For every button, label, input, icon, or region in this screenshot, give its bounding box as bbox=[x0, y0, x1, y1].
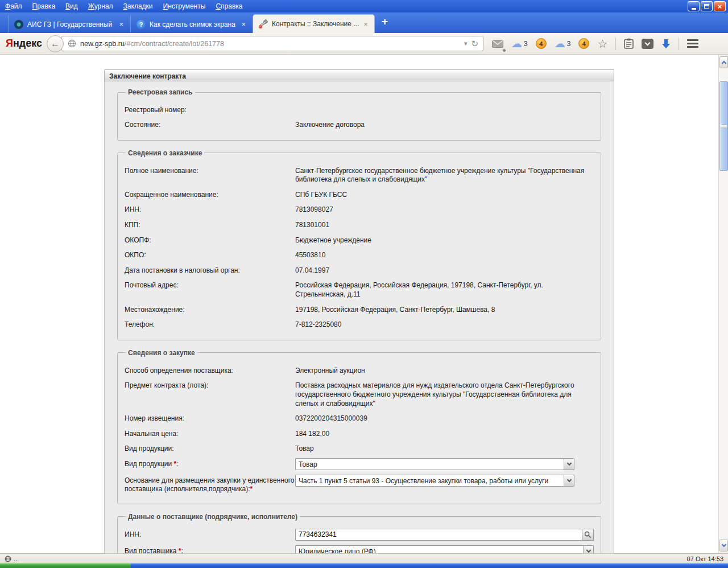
product-type-label: Вид продукции: bbox=[125, 443, 295, 454]
start-button-area[interactable] bbox=[0, 563, 131, 568]
product-type-select-select[interactable]: Товар bbox=[295, 458, 574, 470]
orange-badge-icon: 4 bbox=[536, 38, 547, 49]
section-3: Данные о поставщике (подрядчике, исполни… bbox=[117, 513, 601, 553]
tab-2[interactable]: Контракты :: Заключение ...× bbox=[253, 14, 375, 33]
pocket-button[interactable] bbox=[639, 36, 656, 52]
toolbar-separator bbox=[615, 38, 616, 50]
status-text: ... bbox=[14, 555, 19, 562]
menu-button[interactable] bbox=[684, 36, 701, 52]
form-row: КПП:781301001 bbox=[125, 219, 594, 230]
scroll-up-button[interactable] bbox=[719, 56, 728, 68]
globe-icon bbox=[68, 39, 76, 48]
supplier-inn-label: ИНН: bbox=[125, 529, 295, 541]
menu-item-2[interactable]: Вид bbox=[60, 1, 83, 12]
tab-label: Контракты :: Заключение ... bbox=[272, 20, 359, 28]
form-row: Вид продукции *:Товар bbox=[125, 458, 594, 470]
selected-option: Юридическое лицо (РФ) bbox=[296, 546, 583, 553]
customer-phone-label: Телефон: bbox=[125, 319, 295, 330]
bookmarks-menu-button[interactable] bbox=[621, 36, 636, 52]
cloud-count: 3 bbox=[524, 40, 528, 48]
menu-item-5[interactable]: Инструменты bbox=[158, 1, 211, 12]
chevron-down-icon bbox=[586, 548, 590, 553]
customer-kpp-value: 781301001 bbox=[295, 219, 594, 230]
menubar: ФайлПравкаВидЖурналЗакладкиИнструментыСп… bbox=[0, 1, 247, 12]
orange-badge-icon: 4 bbox=[578, 38, 589, 49]
form-row: Состояние:Заключение договора bbox=[125, 119, 594, 130]
close-button[interactable]: × bbox=[714, 1, 726, 11]
menu-item-6[interactable]: Справка bbox=[210, 1, 247, 12]
globe-icon bbox=[5, 555, 11, 562]
product-type-select-label: Вид продукции *: bbox=[125, 458, 295, 470]
customer-postal-address-label: Почтовый адрес: bbox=[125, 279, 295, 299]
new-tab-button[interactable]: + bbox=[375, 15, 395, 30]
url-text[interactable]: new.gz-spb.ru/#cm/contract/create/lot/26… bbox=[80, 40, 461, 48]
tab-close-icon[interactable]: × bbox=[363, 20, 369, 28]
dropdown-button[interactable] bbox=[564, 475, 574, 486]
tab-close-icon[interactable]: × bbox=[241, 20, 246, 28]
form-row: Вид продукции:Товар bbox=[125, 443, 594, 454]
contract-subject-value: Поставка расходных материалов для нужд и… bbox=[295, 380, 594, 408]
cloud-icon: ☁ bbox=[555, 38, 565, 49]
tab-0[interactable]: АИС ГЗ | Государственный ...× bbox=[8, 15, 130, 33]
menu-item-1[interactable]: Правка bbox=[27, 1, 61, 12]
gavel-favicon bbox=[259, 19, 268, 28]
cloud-sync-button-2[interactable]: ☁3 bbox=[552, 36, 574, 52]
supplier-inn-input[interactable] bbox=[295, 529, 582, 541]
section-legend: Сведения о заказчике bbox=[126, 149, 204, 157]
tab-1[interactable]: ?Как сделать снимок экрана ...× bbox=[130, 15, 253, 33]
initial-price-label: Начальная цена: bbox=[125, 428, 295, 439]
ais-gz-favicon bbox=[14, 20, 23, 29]
tab-label: Как сделать снимок экрана ... bbox=[150, 20, 237, 28]
mail-button[interactable] bbox=[489, 36, 506, 52]
form-row: ИНН: bbox=[125, 529, 594, 541]
notification-button-1[interactable]: 4 bbox=[533, 36, 549, 52]
section-legend: Данные о поставщике (подрядчике, исполни… bbox=[126, 513, 300, 521]
dropdown-button[interactable] bbox=[564, 459, 574, 470]
form-row: Основание для размещения закупки у единс… bbox=[125, 475, 594, 493]
windows-taskbar[interactable] bbox=[0, 563, 728, 568]
form-row: Сокращенное наименование:СПб ГБУК ГБСС bbox=[125, 189, 594, 200]
registry-number-label: Реестровый номер: bbox=[125, 104, 295, 114]
back-button[interactable]: ← bbox=[47, 35, 64, 52]
section-0: Реестровая записьРеестровый номер:Состоя… bbox=[117, 88, 601, 141]
form-row: Способ определения поставщика:Электронны… bbox=[125, 365, 594, 376]
tab-bar: АИС ГЗ | Государственный ...×?Как сделат… bbox=[0, 13, 728, 33]
supplier-type-select[interactable]: Юридическое лицо (РФ) bbox=[295, 545, 594, 553]
customer-short-name-label: Сокращенное наименование: bbox=[125, 189, 295, 200]
tab-close-icon[interactable]: × bbox=[118, 20, 124, 28]
menu-item-4[interactable]: Закладки bbox=[118, 1, 158, 12]
scroll-down-button[interactable] bbox=[719, 540, 728, 551]
url-dropdown-icon[interactable]: ▾ bbox=[461, 40, 470, 47]
reload-icon[interactable]: ↻ bbox=[470, 39, 483, 49]
menu-item-3[interactable]: Журнал bbox=[83, 1, 118, 12]
form-row: Номер извещения:0372200204315000039 bbox=[125, 413, 594, 423]
customer-okpo-value: 45503810 bbox=[295, 249, 594, 260]
bookmark-star-button[interactable]: ☆ bbox=[594, 36, 610, 52]
minimize-button[interactable] bbox=[688, 1, 700, 11]
status-bar: ... 07 Окт 14:53 bbox=[0, 553, 728, 563]
customer-okopf-label: ОКОПФ: bbox=[125, 234, 295, 245]
form-row: Вид поставщика *:Юридическое лицо (РФ) bbox=[125, 545, 594, 553]
initial-price-value: 184 182,00 bbox=[295, 428, 594, 439]
single-supplier-basis-select[interactable]: Часть 1 пункт 5 статьи 93 - Осуществлени… bbox=[295, 475, 574, 487]
customer-inn-value: 7813098027 bbox=[295, 204, 594, 215]
contract-status-label: Состояние: bbox=[125, 119, 295, 130]
dropdown-button[interactable] bbox=[583, 546, 593, 553]
yandex-logo: Яндекс bbox=[3, 38, 47, 50]
supplier-determination-method-value: Электронный аукцион bbox=[295, 365, 594, 376]
chevron-down-icon bbox=[566, 461, 571, 466]
downloads-button[interactable] bbox=[659, 36, 673, 52]
section-legend: Реестровая запись bbox=[126, 88, 195, 96]
cloud-sync-button-1[interactable]: ☁3 bbox=[508, 36, 531, 52]
restore-button[interactable] bbox=[701, 1, 713, 11]
vertical-scrollbar[interactable] bbox=[718, 55, 728, 553]
customer-kpp-label: КПП: bbox=[125, 219, 295, 230]
scrollbar-thumb[interactable] bbox=[719, 81, 728, 171]
menu-item-0[interactable]: Файл bbox=[0, 1, 27, 12]
contract-status-value: Заключение договора bbox=[295, 119, 594, 130]
pocket-icon bbox=[642, 39, 653, 49]
url-bar[interactable]: new.gz-spb.ru/#cm/contract/create/lot/26… bbox=[61, 36, 483, 51]
customer-short-name-value: СПб ГБУК ГБСС bbox=[295, 189, 594, 200]
notification-button-2[interactable]: 4 bbox=[576, 36, 592, 52]
supplier-inn-search-button[interactable] bbox=[582, 529, 594, 541]
